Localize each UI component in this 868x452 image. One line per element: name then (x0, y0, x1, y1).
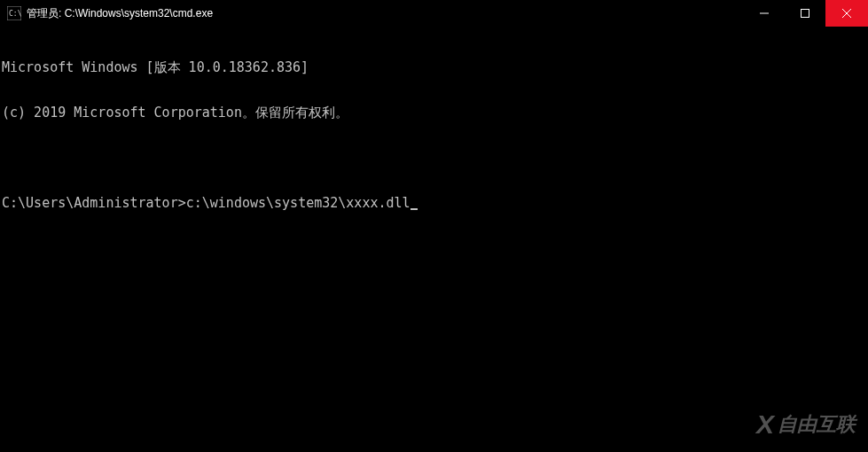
terminal-blank-line (2, 151, 866, 166)
maximize-button[interactable] (785, 0, 825, 27)
window-title: 管理员: C:\Windows\system32\cmd.exe (27, 6, 744, 21)
titlebar[interactable]: C:\ 管理员: C:\Windows\system32\cmd.exe (0, 0, 868, 27)
terminal-line-version: Microsoft Windows [版本 10.0.18362.836] (2, 60, 866, 75)
svg-text:C:\: C:\ (9, 10, 21, 18)
terminal-prompt: C:\Users\Administrator> (2, 196, 186, 211)
terminal-cursor (411, 208, 418, 210)
terminal-command: c:\windows\system32\xxxx.dll (186, 196, 411, 211)
close-button[interactable] (825, 0, 868, 27)
minimize-button[interactable] (744, 0, 785, 27)
terminal-prompt-line: C:\Users\Administrator>c:\windows\system… (2, 196, 866, 211)
watermark: X 自由互联 (756, 409, 856, 440)
svg-rect-3 (802, 10, 809, 18)
watermark-text: 自由互联 (778, 411, 856, 438)
window-controls (744, 0, 868, 27)
cmd-icon: C:\ (7, 6, 21, 20)
watermark-logo: X (756, 409, 772, 440)
terminal-output[interactable]: Microsoft Windows [版本 10.0.18362.836] (c… (0, 27, 868, 452)
terminal-line-copyright: (c) 2019 Microsoft Corporation。保留所有权利。 (2, 105, 866, 121)
